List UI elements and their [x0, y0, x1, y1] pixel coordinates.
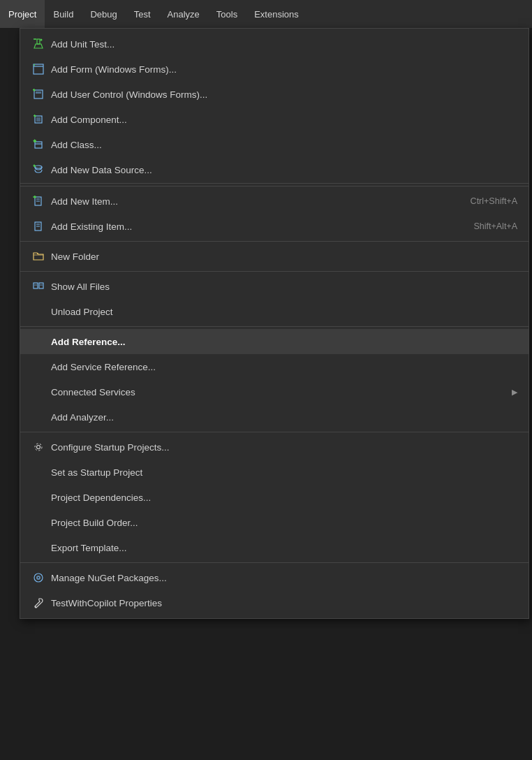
menu-item-add-analyzer[interactable]: Add Analyzer...: [20, 404, 529, 430]
menu-extensions-label: Extensions: [254, 9, 299, 20]
divider-6: [20, 562, 529, 563]
add-user-control-label: Add User Control (Windows Forms)...: [51, 89, 517, 100]
menu-item-connected-services[interactable]: Connected Services ▶: [20, 379, 529, 404]
divider-2: [20, 241, 529, 242]
menu-item-add-reference[interactable]: Add Reference...: [20, 329, 529, 354]
folder-icon: [29, 249, 48, 264]
new-item-icon: [29, 193, 48, 209]
connected-services-arrow: ▶: [512, 388, 517, 397]
svg-rect-5: [34, 64, 43, 74]
menu-item-manage-nuget[interactable]: Manage NuGet Packages...: [20, 565, 529, 590]
flask-icon: +: [29, 36, 48, 52]
svg-text:+: +: [34, 38, 37, 39]
export-template-icon: [29, 540, 48, 555]
unload-icon: [29, 304, 48, 319]
menu-test-label: Test: [134, 9, 151, 20]
new-folder-label: New Folder: [51, 251, 517, 262]
divider-3: [20, 271, 529, 272]
menu-debug-label: Debug: [90, 9, 117, 20]
gear-icon: [29, 439, 48, 455]
menu-tools-label: Tools: [216, 9, 237, 20]
menu-build-label: Build: [53, 9, 73, 20]
menu-item-project-build-order[interactable]: Project Build Order...: [20, 510, 529, 535]
set-startup-label: Set as Startup Project: [51, 467, 517, 478]
add-form-label: Add Form (Windows Forms)...: [51, 64, 517, 75]
menu-analyze-label: Analyze: [168, 9, 200, 20]
service-reference-icon: [29, 359, 48, 374]
menu-item-configure-startup[interactable]: Configure Startup Projects...: [20, 434, 529, 460]
divider-5: [20, 432, 529, 432]
connected-services-icon: [29, 384, 48, 400]
add-existing-item-label: Add Existing Item...: [51, 221, 445, 232]
svg-rect-39: [39, 283, 43, 288]
menu-analyze[interactable]: Analyze: [159, 0, 208, 28]
menu-test[interactable]: Test: [126, 0, 159, 28]
data-source-icon: [29, 162, 48, 177]
menu-item-add-data-source[interactable]: Add New Data Source...: [20, 157, 529, 184]
form-icon: +: [29, 61, 48, 77]
menu-item-export-template[interactable]: Export Template...: [20, 535, 529, 560]
export-template-label: Export Template...: [51, 543, 517, 553]
svg-marker-1: [34, 44, 43, 48]
svg-rect-0: [37, 39, 40, 44]
unload-project-label: Unload Project: [51, 307, 517, 317]
svg-rect-37: [37, 253, 38, 254]
menu-item-add-existing-item[interactable]: Add Existing Item... Shift+Alt+A: [20, 214, 529, 239]
set-startup-icon: [29, 465, 48, 480]
menu-item-project-dependencies[interactable]: Project Dependencies...: [20, 485, 529, 510]
add-new-item-shortcut: Ctrl+Shift+A: [471, 196, 517, 206]
svg-rect-15: [36, 117, 40, 122]
menu-build[interactable]: Build: [45, 0, 82, 28]
menu-item-add-class[interactable]: Add Class...: [20, 132, 529, 157]
menu-project-label: Project: [8, 9, 36, 20]
svg-point-47: [35, 606, 36, 608]
project-dependencies-label: Project Dependencies...: [51, 492, 517, 503]
project-dropdown-menu: + Add Unit Test... + Add Form (Windows F…: [20, 28, 529, 619]
add-reference-label: Add Reference...: [51, 337, 517, 347]
svg-point-3: [40, 39, 43, 41]
add-component-label: Add Component...: [51, 115, 517, 125]
manage-nuget-label: Manage NuGet Packages...: [51, 573, 517, 583]
menu-extensions[interactable]: Extensions: [246, 0, 307, 28]
connected-services-label: Connected Services: [51, 387, 506, 397]
svg-text:+: +: [33, 64, 36, 64]
svg-rect-10: [36, 92, 41, 94]
menu-item-add-new-item[interactable]: Add New Item... Ctrl+Shift+A: [20, 189, 529, 214]
menu-item-add-unit-test[interactable]: + Add Unit Test...: [20, 31, 529, 57]
project-deps-icon: [29, 490, 48, 505]
show-files-icon: [29, 279, 48, 294]
add-reference-icon: [29, 334, 48, 349]
menu-item-add-user-control[interactable]: Add User Control (Windows Forms)...: [20, 82, 529, 107]
svg-point-8: [34, 64, 35, 66]
menu-item-add-component[interactable]: Add Component...: [20, 107, 529, 132]
menu-item-properties[interactable]: TestWithCopilot Properties: [20, 590, 529, 615]
menu-debug[interactable]: Debug: [82, 0, 125, 28]
divider-1: [20, 186, 529, 187]
menu-item-new-folder[interactable]: New Folder: [20, 244, 529, 269]
svg-point-24: [35, 166, 42, 168]
svg-rect-38: [34, 283, 38, 288]
svg-point-43: [35, 444, 42, 451]
svg-rect-9: [34, 90, 43, 98]
project-build-order-label: Project Build Order...: [51, 518, 517, 528]
add-class-label: Add Class...: [51, 140, 517, 150]
menu-item-show-all-files[interactable]: Show All Files: [20, 274, 529, 299]
menu-item-add-form[interactable]: + Add Form (Windows Forms)...: [20, 57, 529, 82]
show-all-files-label: Show All Files: [51, 282, 517, 292]
menu-item-add-service-reference[interactable]: Add Service Reference...: [20, 354, 529, 379]
add-analyzer-label: Add Analyzer...: [51, 412, 517, 423]
existing-item-icon: [29, 219, 48, 234]
add-new-item-label: Add New Item...: [51, 196, 443, 207]
add-existing-item-shortcut: Shift+Alt+A: [473, 221, 517, 231]
component-icon: [29, 112, 48, 127]
properties-label: TestWithCopilot Properties: [51, 598, 517, 608]
class-icon: [29, 137, 48, 152]
menu-item-unload-project[interactable]: Unload Project: [20, 299, 529, 324]
wrench-icon: [29, 595, 48, 611]
menu-item-set-startup[interactable]: Set as Startup Project: [20, 460, 529, 485]
menu-tools[interactable]: Tools: [208, 0, 246, 28]
svg-point-46: [38, 577, 39, 578]
menu-project[interactable]: Project: [0, 0, 45, 28]
add-unit-test-label: Add Unit Test...: [51, 39, 517, 50]
divider-4: [20, 326, 529, 327]
